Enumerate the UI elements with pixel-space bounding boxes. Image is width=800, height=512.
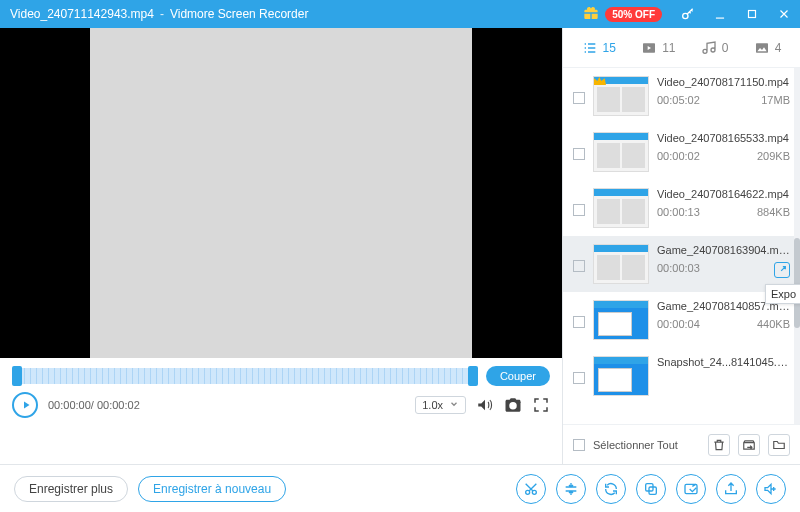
item-size: 17MB [761,94,790,106]
export-tooltip: Expo [765,284,800,304]
item-checkbox[interactable] [573,260,585,272]
item-thumbnail [593,76,649,116]
right-pane: 15 11 0 4 Video_240708171150.mp400:05:02… [562,28,800,464]
list-item[interactable]: Video_240708165533.mp400:00:02209KB [563,124,800,180]
item-export-button[interactable] [774,262,790,278]
crown-icon [592,73,608,85]
recordings-list: Video_240708171150.mp400:05:0217MBVideo_… [563,68,800,424]
left-pane: Couper 00:00:00/ 00:00:02 1.0x [0,28,562,464]
record-again-button[interactable]: Enregistrer à nouveau [138,476,286,502]
maximize-button[interactable] [736,0,768,28]
snapshot-button[interactable] [504,396,522,414]
trim-handle-end[interactable] [468,366,478,386]
item-duration: 00:00:02 [657,150,700,162]
item-thumbnail [593,244,649,284]
item-checkbox[interactable] [573,92,585,104]
item-thumbnail [593,132,649,172]
item-filename: Video_240708171150.mp4 [657,76,790,88]
title-separator: - [160,7,164,21]
chevron-down-icon [449,399,459,411]
tool-volume-button[interactable] [756,474,786,504]
tool-compress-button[interactable] [556,474,586,504]
preview-pillar-left [0,28,90,358]
record-more-button[interactable]: Enregistrer plus [14,476,128,502]
volume-button[interactable] [476,396,494,414]
gift-icon [583,5,599,24]
open-folder-button[interactable] [768,434,790,456]
item-checkbox[interactable] [573,316,585,328]
list-scrollbar[interactable] [794,68,800,424]
title-appname: Vidmore Screen Recorder [170,7,309,21]
video-preview[interactable] [0,28,562,358]
minimize-button[interactable] [704,0,736,28]
play-button[interactable] [12,392,38,418]
item-checkbox[interactable] [573,204,585,216]
preview-pillar-right [472,28,562,358]
speed-select[interactable]: 1.0x [415,396,466,414]
titlebar: Video_240711142943.mp4 - Vidmore Screen … [0,0,800,28]
item-size: 440KB [757,318,790,330]
item-thumbnail [593,356,649,396]
svg-rect-1 [749,11,756,18]
close-button[interactable] [768,0,800,28]
item-filename: Snapshot_24...8141045.png [657,356,790,368]
list-item[interactable]: Snapshot_24...8141045.png [563,348,800,404]
item-filename: Game_240708163904.mp4 [657,244,790,256]
preview-canvas [90,28,472,358]
export-list-button[interactable] [738,434,760,456]
svg-point-0 [683,13,688,18]
select-all-checkbox[interactable] [573,439,585,451]
tool-convert-button[interactable] [596,474,626,504]
select-all-label: Sélectionner Tout [593,439,700,451]
item-checkbox[interactable] [573,372,585,384]
item-filename: Video_240708164622.mp4 [657,188,790,200]
delete-button[interactable] [708,434,730,456]
trim-slider[interactable] [12,368,478,384]
fullscreen-button[interactable] [532,396,550,414]
tab-image[interactable]: 4 [754,40,782,56]
item-filename: Video_240708165533.mp4 [657,132,790,144]
tool-trim-button[interactable] [516,474,546,504]
scrollbar-thumb[interactable] [794,238,800,328]
timecode: 00:00:00/ 00:00:02 [48,399,140,411]
tool-merge-button[interactable] [636,474,666,504]
item-checkbox[interactable] [573,148,585,160]
item-thumbnail [593,188,649,228]
promo-banner[interactable]: 50% OFF [583,4,662,24]
bottom-bar: Enregistrer plus Enregistrer à nouveau [0,464,800,512]
tool-edit-button[interactable] [676,474,706,504]
item-size: 884KB [757,206,790,218]
cut-button[interactable]: Couper [486,366,550,386]
item-duration: 00:00:13 [657,206,700,218]
item-duration: 00:05:02 [657,94,700,106]
tab-audio[interactable]: 0 [701,40,729,56]
item-duration: 00:00:03 [657,262,700,278]
list-item[interactable]: Video_240708164622.mp400:00:13884KB [563,180,800,236]
tool-share-button[interactable] [716,474,746,504]
trim-handle-start[interactable] [12,366,22,386]
title-filename: Video_240711142943.mp4 [10,7,154,21]
promo-badge: 50% OFF [605,7,662,22]
media-tabs: 15 11 0 4 [563,28,800,68]
item-thumbnail [593,300,649,340]
item-size: 209KB [757,150,790,162]
list-item[interactable]: Video_240708171150.mp400:05:0217MB [563,68,800,124]
item-duration: 00:00:04 [657,318,700,330]
speed-value: 1.0x [422,399,443,411]
tab-all[interactable]: 15 [582,40,616,56]
tab-video[interactable]: 11 [641,40,675,56]
register-key-button[interactable] [672,0,704,28]
